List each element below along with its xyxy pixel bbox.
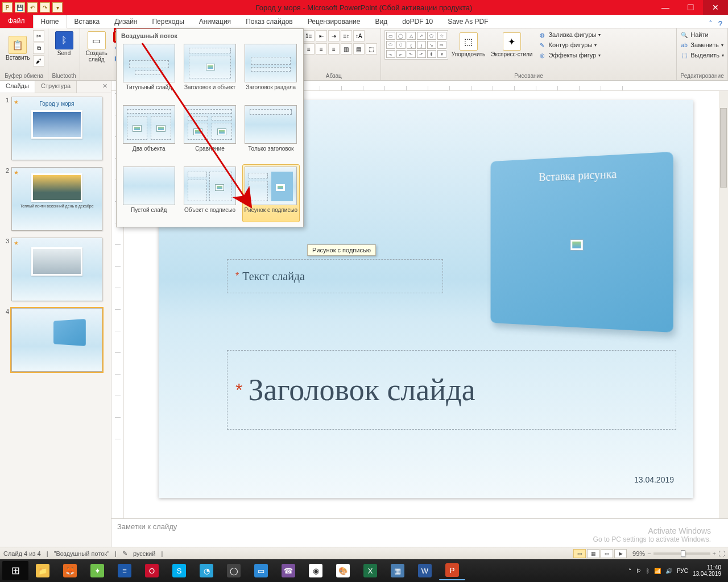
layout-item-blank[interactable]: Пустой слайд — [120, 164, 177, 222]
minimize-ribbon-icon[interactable]: ˄ — [709, 19, 713, 28]
picture-placeholder[interactable]: Вставка рисунка — [491, 152, 673, 332]
view-normal-button[interactable]: ▭ — [573, 549, 586, 558]
zoom-out-icon[interactable]: − — [647, 550, 651, 557]
line-spacing-icon[interactable]: ≡↕ — [341, 30, 352, 41]
insert-picture-icon[interactable] — [570, 239, 583, 251]
taskbar-opera[interactable]: O — [139, 561, 165, 580]
taskbar-skype[interactable]: S — [166, 561, 192, 580]
paste-button[interactable]: 📋 Вставить — [3, 35, 32, 62]
taskbar-app2[interactable]: ≡ — [111, 561, 138, 580]
taskbar-app6[interactable]: ▦ — [384, 561, 411, 580]
smartart-icon[interactable]: ⬚ — [366, 43, 377, 55]
arrange-button[interactable]: ⬚ Упорядочить — [449, 31, 488, 59]
taskbar-app4[interactable]: ◯ — [221, 561, 247, 580]
title-placeholder[interactable]: * Заголовок слайда — [227, 350, 676, 430]
tab-view[interactable]: Вид — [367, 15, 395, 28]
maximize-button[interactable]: ☐ — [678, 0, 703, 15]
layout-item-two-content[interactable]: Два объекта — [120, 103, 177, 161]
tab-saveaspdf[interactable]: Save As PDF — [440, 15, 495, 28]
panel-close-icon[interactable]: ✕ — [99, 81, 111, 93]
slide-thumbnail[interactable]: ★ Город у моря — [11, 97, 102, 160]
shape-effects-button[interactable]: ◎Эффекты фигур▾ — [538, 51, 601, 60]
view-slideshow-button[interactable]: ▶ — [614, 549, 627, 558]
text-placeholder[interactable]: * Текст слайда — [227, 259, 443, 293]
tray-expand-icon[interactable]: ˄ — [628, 568, 631, 574]
align-right-icon[interactable]: ≡ — [316, 43, 327, 55]
qat-more-icon[interactable]: ▾ — [52, 2, 63, 13]
zoom-in-icon[interactable]: + — [713, 550, 716, 557]
tray-language[interactable]: РУС — [677, 568, 688, 574]
quick-styles-button[interactable]: ✦ Экспресс-стили — [489, 31, 535, 59]
view-reading-button[interactable]: ▭ — [601, 549, 613, 558]
tab-transitions[interactable]: Переходы — [144, 15, 191, 28]
taskbar-firefox[interactable]: 🦊 — [57, 561, 83, 580]
align-text-icon[interactable]: ▤ — [353, 43, 365, 55]
tray-volume-icon[interactable]: 🔊 — [665, 568, 672, 574]
start-button[interactable]: ⊞ — [2, 561, 28, 580]
taskbar-chrome[interactable]: ◉ — [303, 561, 329, 580]
vertical-scrollbar[interactable] — [719, 91, 728, 518]
zoom-slider[interactable] — [653, 552, 710, 555]
view-sorter-button[interactable]: ▦ — [587, 549, 599, 558]
status-spellcheck-icon[interactable]: ✎ — [122, 550, 127, 557]
taskbar-app5[interactable]: ▭ — [248, 561, 274, 580]
taskbar-explorer[interactable]: 📁 — [30, 561, 56, 580]
layout-item-section[interactable]: Заголовок раздела — [242, 41, 300, 99]
tab-slideshow[interactable]: Показ слайдов — [238, 15, 300, 28]
copy-icon[interactable]: ⧉ — [33, 43, 44, 54]
indent-inc-icon[interactable]: ⇥ — [328, 30, 340, 41]
zoom-control[interactable]: 99% − + ⛶ — [632, 550, 725, 557]
notes-pane[interactable]: Заметки к слайду — [111, 518, 728, 547]
taskbar-app1[interactable]: ✦ — [84, 561, 110, 580]
help-icon[interactable]: ? — [718, 19, 722, 28]
shape-outline-button[interactable]: ✎Контур фигуры▾ — [538, 40, 601, 49]
tab-slides[interactable]: Слайды — [0, 81, 35, 93]
align-center-icon[interactable]: ≡ — [303, 43, 315, 55]
taskbar-powerpoint[interactable]: P — [439, 561, 465, 580]
undo-icon[interactable]: ↶ — [27, 2, 38, 13]
text-direction-icon[interactable]: ↕A — [353, 30, 365, 41]
layout-item-content-caption[interactable]: Объект с подписью — [181, 164, 238, 222]
indent-dec-icon[interactable]: ⇤ — [316, 30, 327, 41]
tray-bluetooth-icon[interactable]: ᛒ — [646, 568, 650, 574]
taskbar-word[interactable]: W — [412, 561, 438, 580]
tray-flag-icon[interactable]: 🏳 — [636, 568, 642, 574]
numbering-icon[interactable]: 1≡ — [303, 30, 315, 41]
find-button[interactable]: 🔍Найти — [680, 30, 724, 39]
taskbar-app3[interactable]: ◔ — [193, 561, 220, 580]
slide-thumbnail[interactable]: ★ — [11, 238, 102, 301]
layout-item-picture-caption[interactable]: Рисунок с подписью — [242, 164, 300, 222]
tab-dopdf[interactable]: doPDF 10 — [395, 15, 440, 28]
replace-button[interactable]: abЗаменить▾ — [680, 40, 724, 49]
close-button[interactable]: ✕ — [703, 0, 728, 15]
cut-icon[interactable]: ✂ — [33, 30, 44, 41]
slide-thumbnail[interactable]: ★ Теплый почти весенний день в декабре — [11, 167, 102, 231]
slide-thumbnail[interactable] — [11, 308, 102, 372]
bluetooth-send-button[interactable]: ᛒ Send — [52, 30, 76, 57]
taskbar-excel[interactable]: X — [357, 561, 383, 580]
save-icon[interactable]: 💾 — [15, 2, 25, 13]
status-language[interactable]: русский — [133, 550, 155, 557]
tab-animation[interactable]: Анимация — [192, 15, 238, 28]
layout-item-title-content[interactable]: Заголовок и объект — [181, 41, 238, 99]
shape-fill-button[interactable]: ◍Заливка фигуры▾ — [538, 30, 601, 39]
tab-review[interactable]: Рецензирование — [300, 15, 368, 28]
shapes-gallery[interactable]: ▭◯△↗⬠☆ ⬭⬯{}↘⇨ ⬎⬐⬑⬏⬍▾ — [384, 30, 448, 60]
tab-outline[interactable]: Структура — [35, 81, 77, 93]
select-button[interactable]: ⬚Выделить▾ — [680, 51, 724, 60]
justify-icon[interactable]: ≡ — [328, 43, 340, 55]
format-painter-icon[interactable]: 🖌 — [33, 55, 44, 66]
redo-icon[interactable]: ↷ — [40, 2, 50, 13]
taskbar-paint[interactable]: 🎨 — [330, 561, 356, 580]
tab-design[interactable]: Дизайн — [107, 15, 144, 28]
tray-clock[interactable]: 11:40 13.04.2019 — [693, 564, 721, 577]
new-slide-button[interactable]: ▭ Создать слайд — [84, 30, 110, 64]
layout-item-comparison[interactable]: Сравнение — [181, 103, 238, 161]
tab-insert[interactable]: Вставка — [67, 15, 107, 28]
tray-network-icon[interactable]: 📶 — [654, 568, 661, 574]
columns-icon[interactable]: ▥ — [341, 43, 352, 55]
layout-item-title-only[interactable]: Только заголовок — [242, 103, 300, 161]
taskbar-viber[interactable]: ☎ — [275, 561, 301, 580]
layout-item-title[interactable]: Титульный слайд — [120, 41, 177, 99]
fit-to-window-icon[interactable]: ⛶ — [718, 550, 725, 557]
